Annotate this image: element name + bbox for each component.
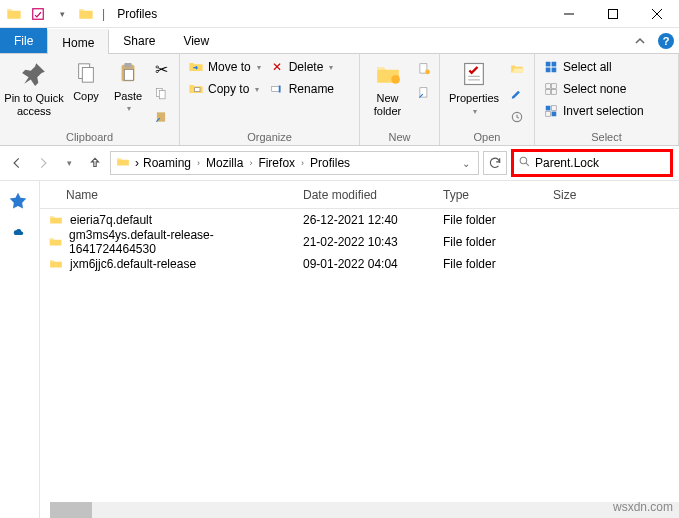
svg-rect-1 [609, 9, 618, 18]
collapse-ribbon-button[interactable] [627, 28, 653, 53]
pin-quick-access-button[interactable]: Pin to Quick access [4, 56, 64, 126]
file-row[interactable]: gm3ms4ys.default-release-164172446453021… [40, 231, 679, 253]
chevron-right-icon[interactable]: › [135, 156, 139, 170]
open-button[interactable] [506, 58, 528, 80]
file-tab[interactable]: File [0, 28, 47, 53]
copy-icon [74, 58, 98, 88]
svg-rect-25 [546, 90, 551, 95]
refresh-button[interactable] [483, 151, 507, 175]
folder-icon [76, 4, 96, 24]
file-date: 21-02-2022 10:43 [295, 235, 435, 249]
move-to-button[interactable]: Move to▾ [184, 56, 265, 78]
svg-rect-30 [552, 112, 557, 117]
search-icon [518, 155, 531, 171]
group-label: Organize [184, 129, 355, 145]
file-name: gm3ms4ys.default-release-1641724464530 [69, 228, 287, 256]
svg-point-15 [425, 70, 430, 75]
qat-save-icon[interactable] [28, 4, 48, 24]
select-all-icon [543, 59, 559, 75]
group-label: Clipboard [4, 129, 175, 145]
select-none-button[interactable]: Select none [539, 78, 630, 100]
rename-button[interactable]: Rename [265, 78, 338, 100]
window-title: Profiles [117, 7, 157, 21]
column-size[interactable]: Size [545, 181, 679, 208]
select-none-icon [543, 81, 559, 97]
watermark: wsxdn.com [613, 500, 673, 514]
address-dropdown-icon[interactable]: ⌄ [458, 158, 474, 169]
svg-rect-0 [33, 8, 44, 19]
forward-button[interactable] [32, 152, 54, 174]
horizontal-scrollbar[interactable] [50, 502, 679, 518]
search-input[interactable] [533, 155, 679, 171]
navigation-pane[interactable] [0, 181, 40, 518]
home-tab[interactable]: Home [47, 29, 109, 54]
address-bar[interactable]: › Roaming› Mozilla› Firefox› Profiles ⌄ [110, 151, 479, 175]
scrollbar-thumb[interactable] [50, 502, 92, 518]
file-type: File folder [435, 257, 545, 271]
svg-rect-29 [546, 112, 551, 117]
history-button[interactable] [506, 106, 528, 128]
column-date[interactable]: Date modified [295, 181, 435, 208]
maximize-button[interactable] [591, 0, 635, 28]
file-date: 09-01-2022 04:04 [295, 257, 435, 271]
view-tab[interactable]: View [169, 28, 223, 53]
folder-icon [48, 235, 63, 249]
invert-selection-icon [543, 103, 559, 119]
svg-rect-6 [124, 69, 133, 80]
onedrive-icon[interactable] [8, 225, 32, 249]
svg-rect-8 [159, 91, 165, 99]
file-row[interactable]: jxm6jjc6.default-release09-01-2022 04:04… [40, 253, 679, 275]
new-folder-button[interactable]: New folder [364, 56, 411, 126]
edit-button[interactable] [506, 82, 528, 104]
svg-rect-26 [552, 90, 557, 95]
copyto-icon [188, 81, 204, 97]
up-button[interactable] [84, 152, 106, 174]
paste-button[interactable]: Paste ▾ [108, 56, 148, 126]
close-button[interactable] [635, 0, 679, 28]
share-tab[interactable]: Share [109, 28, 169, 53]
breadcrumb-item[interactable]: Mozilla› [206, 156, 254, 170]
properties-icon [458, 58, 490, 90]
column-headers[interactable]: Name Date modified Type Size [40, 181, 679, 209]
easy-access-button[interactable] [413, 82, 435, 104]
copy-to-button[interactable]: Copy to▾ [184, 78, 265, 100]
moveto-icon [188, 59, 204, 75]
svg-rect-5 [124, 63, 131, 68]
invert-selection-button[interactable]: Invert selection [539, 100, 648, 122]
help-button[interactable]: ? [653, 28, 679, 53]
column-name[interactable]: Name [40, 181, 295, 208]
minimize-button[interactable] [547, 0, 591, 28]
chevron-down-icon: ▾ [473, 107, 477, 116]
file-date: 26-12-2021 12:40 [295, 213, 435, 227]
recent-locations-button[interactable]: ▾ [58, 152, 80, 174]
svg-point-31 [520, 157, 527, 164]
select-all-button[interactable]: Select all [539, 56, 616, 78]
copy-path-button[interactable] [150, 82, 172, 104]
column-type[interactable]: Type [435, 181, 545, 208]
breadcrumb-item[interactable]: Profiles [310, 156, 350, 170]
file-type: File folder [435, 235, 545, 249]
svg-rect-17 [465, 64, 484, 85]
cut-button[interactable]: ✂ [150, 58, 172, 80]
title-separator: | [102, 7, 105, 21]
qat-dropdown-icon[interactable]: ▾ [52, 4, 72, 24]
back-button[interactable] [6, 152, 28, 174]
copy-button[interactable]: Copy [66, 56, 106, 126]
scissors-icon: ✂ [155, 60, 168, 79]
delete-icon: ✕ [269, 59, 285, 75]
new-folder-icon [372, 58, 404, 90]
quick-access-icon[interactable] [8, 191, 32, 215]
delete-button[interactable]: ✕ Delete▾ [265, 56, 338, 78]
file-type: File folder [435, 213, 545, 227]
new-item-button[interactable] [413, 58, 435, 80]
breadcrumb-item[interactable]: Roaming› [143, 156, 202, 170]
svg-rect-19 [546, 62, 551, 67]
breadcrumb-item[interactable]: Firefox› [258, 156, 306, 170]
svg-rect-22 [552, 68, 557, 73]
properties-button[interactable]: Properties ▾ [444, 56, 504, 126]
group-label: New [364, 129, 435, 145]
search-box[interactable]: ✕ [511, 149, 673, 177]
paste-shortcut-button[interactable] [150, 106, 172, 128]
folder-icon [115, 155, 131, 172]
svg-rect-28 [552, 106, 557, 111]
